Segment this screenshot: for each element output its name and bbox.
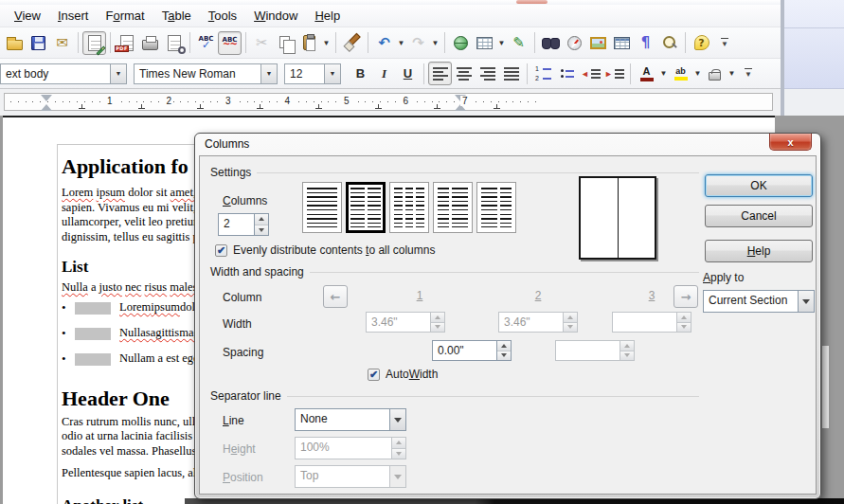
open-button[interactable] (3, 31, 27, 55)
formatting-marks-icon: ¶ (636, 33, 655, 53)
toolbar-overflow-button[interactable]: ▼ (719, 31, 730, 55)
ok-button[interactable]: OK (705, 174, 813, 197)
hyperlink-button[interactable] (449, 31, 473, 55)
column-preset-4[interactable] (433, 182, 473, 233)
tab-stop-marker[interactable] (315, 104, 322, 109)
align-left-button[interactable] (428, 62, 452, 85)
autowidth-checkbox[interactable]: ✔ AutoWidth (368, 368, 438, 381)
help-button[interactable]: ? (690, 31, 713, 55)
gallery-icon (588, 33, 608, 53)
toolbar-overflow-button[interactable]: ▼ (743, 62, 754, 85)
increase-indent-button[interactable]: ► (602, 62, 626, 85)
background-color-dropdown[interactable]: ▼ (727, 62, 737, 85)
menu-format[interactable]: Format (97, 6, 153, 26)
underline-button[interactable]: U (396, 62, 420, 85)
undo-dropdown[interactable]: ▼ (396, 31, 406, 55)
save-button[interactable] (27, 31, 50, 55)
close-button[interactable]: x (769, 134, 812, 151)
help-button[interactable]: Help (705, 240, 813, 262)
chevron-down-icon[interactable]: ▼ (110, 64, 126, 83)
redo-button: ↷ (406, 31, 430, 55)
zoom-button[interactable] (657, 31, 681, 55)
highlighting-button[interactable]: ab (669, 62, 692, 85)
undo-button[interactable]: ↶ (372, 31, 396, 55)
menu-tools[interactable]: Tools (200, 6, 245, 26)
spellcheck-button[interactable]: ABC✓ (194, 31, 218, 55)
tab-stop-marker[interactable] (494, 104, 500, 109)
highlighting-dropdown[interactable]: ▼ (692, 62, 703, 85)
email-button[interactable]: ✉ (50, 31, 74, 55)
font-size-value: 12 (285, 64, 324, 83)
numbered-list-button[interactable]: 12 (531, 62, 555, 85)
tab-stop-marker[interactable] (257, 104, 263, 109)
navigator-button[interactable] (563, 31, 586, 55)
menu-help[interactable]: Help (306, 6, 349, 26)
decrease-indent-button[interactable]: ◄ (579, 62, 602, 85)
line-style-dropdown[interactable]: None (295, 408, 406, 431)
chevron-down-icon[interactable]: ▼ (324, 64, 340, 83)
print-button[interactable] (138, 31, 162, 55)
paste-dropdown[interactable]: ▼ (321, 31, 332, 55)
next-column-button[interactable]: → (673, 285, 698, 308)
column-preset-1[interactable] (302, 182, 342, 233)
background-color-button[interactable] (703, 62, 727, 85)
spin-up-icon (392, 438, 405, 448)
tab-stop-marker[interactable] (79, 104, 85, 109)
menu-window[interactable]: Window (245, 6, 306, 26)
spin-down-icon (620, 351, 634, 361)
bold-button[interactable]: B (349, 62, 372, 85)
tab-stop-marker[interactable] (375, 104, 382, 109)
toolbar-separator (335, 32, 336, 53)
cancel-button[interactable]: Cancel (705, 205, 813, 227)
dialog-body: Settings Columns 2 ✔ Evenly distribute c… (199, 155, 817, 495)
horizontal-ruler[interactable]: 1234567 (4, 93, 773, 111)
font-name-combo[interactable]: Times New Roman ▼ (134, 63, 278, 84)
tab-stop-marker[interactable] (138, 104, 145, 109)
menu-view[interactable]: View (6, 6, 49, 26)
chevron-down-icon[interactable] (798, 291, 814, 312)
menu-table[interactable]: Table (153, 6, 200, 26)
columns-count-spinner[interactable]: 2 (218, 213, 269, 236)
tab-stop-marker[interactable] (197, 104, 204, 109)
page-preview-button[interactable] (162, 31, 186, 55)
export-pdf-button[interactable]: PDF (115, 31, 138, 55)
bullet-list-button[interactable] (555, 62, 579, 85)
column-preset-3[interactable] (389, 182, 429, 233)
spin-up-icon (497, 341, 511, 351)
column-preset-5[interactable] (476, 182, 516, 233)
data-sources-button[interactable] (610, 31, 634, 55)
gallery-button[interactable] (586, 31, 610, 55)
previous-column-button[interactable]: ← (323, 285, 348, 308)
formatting-marks-button[interactable]: ¶ (634, 31, 657, 55)
format-paintbrush-button[interactable] (340, 31, 364, 55)
edit-file-button[interactable] (82, 31, 106, 55)
paragraph-style-value: ext body (1, 64, 110, 83)
draw-functions-button[interactable]: ✎ (507, 31, 530, 55)
chevron-down-icon[interactable]: ▼ (260, 64, 277, 83)
column-preset-2[interactable] (346, 182, 386, 233)
italic-button[interactable]: I (372, 62, 396, 85)
menu-insert[interactable]: Insert (49, 6, 98, 26)
tab-stop-marker[interactable] (434, 104, 440, 109)
chevron-down-icon[interactable] (389, 409, 405, 430)
paragraph-style-combo[interactable]: ext body ▼ (0, 63, 127, 84)
height-label: Height (223, 442, 256, 456)
find-replace-button[interactable] (539, 31, 563, 55)
align-right-button[interactable] (476, 62, 499, 85)
align-center-button[interactable] (452, 62, 476, 85)
font-color-dropdown[interactable]: ▼ (658, 62, 669, 85)
justify-button[interactable] (499, 62, 523, 85)
insert-table-dropdown[interactable]: ▼ (496, 31, 507, 55)
copy-button[interactable] (274, 31, 297, 55)
paste-button[interactable] (297, 31, 321, 55)
font-color-button[interactable]: A (635, 62, 658, 85)
autospellcheck-button[interactable]: ABC~~ (218, 31, 242, 55)
apply-to-dropdown[interactable]: Current Section (703, 290, 815, 313)
insert-table-button[interactable] (473, 31, 496, 55)
spellcheck-icon: ABC✓ (196, 33, 216, 53)
evenly-distribute-checkbox[interactable]: ✔ Evenly distribute contents to all colu… (215, 243, 435, 257)
spacing-1-spinner[interactable]: 0.00" (432, 340, 512, 361)
font-size-combo[interactable]: 12 ▼ (284, 63, 341, 84)
underline-icon: U (404, 66, 412, 81)
left-indent-marker[interactable] (41, 95, 52, 111)
